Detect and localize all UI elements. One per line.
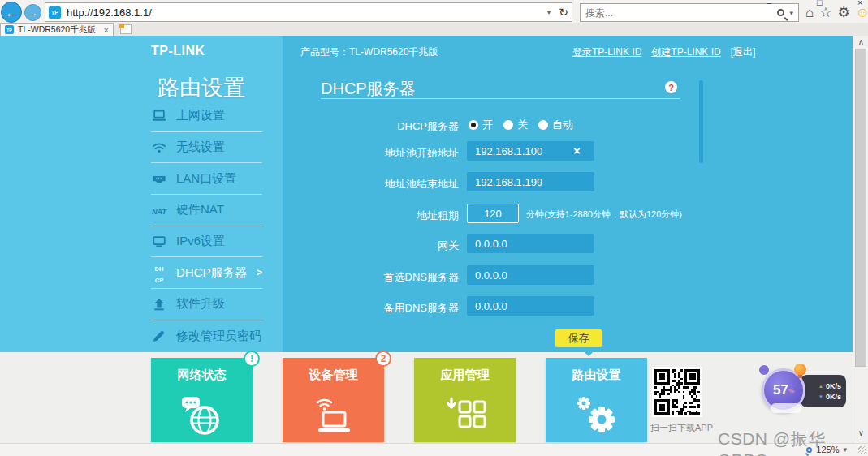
sidebar-item-wireless[interactable]: 无线设置 (151, 132, 262, 164)
tile-network-status[interactable]: ! 网络状态 (151, 358, 253, 442)
sidebar-item-label: 修改管理员密码 (176, 329, 261, 344)
dot-decoration (759, 365, 769, 375)
login-tplink-id-link[interactable]: 登录TP-LINK ID (572, 45, 641, 59)
save-button[interactable]: 保存 (555, 329, 602, 347)
section-pointer (581, 349, 596, 356)
tab-favicon: TP (5, 25, 14, 34)
secondary-dns-label: 备用DNS服务器 (283, 301, 459, 316)
lease-time-note: 分钟(支持1-2880分钟，默认为120分钟) (526, 209, 682, 221)
radio-icon[interactable] (503, 120, 513, 130)
primary-dns-label: 首选DNS服务器 (283, 270, 459, 285)
globe-chat-icon (178, 395, 227, 437)
scrollbar-thumb[interactable] (855, 49, 866, 367)
url-dropdown-icon[interactable]: ▾ (547, 8, 551, 16)
forward-icon: → (28, 7, 38, 19)
search-icon[interactable] (777, 9, 784, 16)
forward-button[interactable]: → (24, 4, 41, 21)
home-icon[interactable]: ⌂ (805, 6, 814, 19)
browser-tab[interactable]: TP TL-WDR5620千兆版 × (0, 23, 114, 36)
scroll-down-icon[interactable]: ∨ (853, 428, 868, 437)
qr-code (652, 367, 702, 417)
page-title: DHCP服务器 (321, 78, 416, 100)
watermark: CSDN @振华OPPO (718, 428, 868, 456)
content-scrollbar-thumb[interactable] (699, 80, 703, 163)
primary-dns-input[interactable] (467, 265, 594, 285)
radio-option-off[interactable]: 关 (503, 118, 528, 132)
browser-chrome: ← → TP http://192.168.1.1/ ▾ ↻ ▾ ⌂ ☆ ⚙ ☺… (0, 0, 868, 36)
pencil-icon (151, 329, 167, 342)
radio-icon[interactable] (469, 120, 478, 130)
tab-bar: TP TL-WDR5620千兆版 × (0, 23, 868, 36)
download-arrow-icon: ▼ (818, 394, 823, 399)
count-badge: 2 (375, 351, 391, 367)
page-scrollbar[interactable]: ∧ ∨ (853, 36, 868, 443)
maximize-button[interactable]: □ (817, 0, 823, 7)
sidebar-item-internet[interactable]: 上网设置 (151, 101, 262, 132)
search-dropdown-icon[interactable]: ▾ (789, 9, 793, 17)
router-page: TP-LINK 路由设置 上网设置 无线设置 LAN口设置 硬件NAT IPv6… (0, 36, 853, 352)
back-button[interactable]: ← (1, 2, 22, 23)
monitor-icon (151, 235, 167, 247)
radio-label: 自动 (552, 118, 573, 132)
divider (321, 98, 680, 99)
chevron-right-icon: > (257, 267, 262, 278)
close-button[interactable]: × (857, 0, 862, 7)
radio-icon[interactable] (538, 120, 548, 130)
tile-router-settings[interactable]: 路由设置 (546, 358, 647, 442)
radio-label: 关 (517, 118, 528, 132)
lease-time-label: 地址租期 (283, 209, 459, 223)
radio-option-on[interactable]: 开 (469, 118, 493, 132)
cloud-decoration (771, 403, 801, 413)
screen: ← → TP http://192.168.1.1/ ▾ ↻ ▾ ⌂ ☆ ⚙ ☺… (0, 0, 868, 456)
alert-badge: ! (244, 351, 260, 367)
tile-label: 网络状态 (151, 368, 253, 383)
search-input[interactable] (585, 7, 772, 19)
main-panel: 产品型号：TL-WDR5620千兆版 登录TP-LINK ID 创建TP-LIN… (283, 36, 853, 352)
gears-icon (571, 394, 623, 437)
tile-app-management[interactable]: 应用管理 (414, 358, 516, 442)
sidebar-item-label: DHCP服务器 (176, 265, 248, 281)
tab-close-icon[interactable]: × (104, 25, 109, 35)
favorites-star-icon[interactable]: ☆ (819, 6, 831, 19)
radio-option-auto[interactable]: 自动 (538, 118, 573, 132)
sidebar-menu: 上网设置 无线设置 LAN口设置 硬件NAT IPv6设置 DHCP服务器 (151, 101, 262, 352)
minimize-button[interactable]: – (767, 0, 771, 7)
sidebar-item-lan[interactable]: LAN口设置 (151, 163, 262, 195)
speed-widget[interactable]: ▲0K/s ▼0K/s 57 % (762, 365, 846, 417)
secondary-dns-input[interactable] (467, 296, 594, 316)
upload-arrow-icon: ▲ (818, 384, 823, 389)
pool-start-label: 地址池开始地址 (283, 146, 459, 161)
tile-label: 应用管理 (414, 368, 516, 383)
clear-input-icon[interactable]: × (573, 144, 581, 157)
lease-time-input[interactable] (467, 204, 519, 223)
gateway-input[interactable] (467, 234, 594, 253)
wifi-icon (151, 141, 167, 153)
help-icon[interactable]: ? (665, 81, 677, 93)
laptop-icon (151, 110, 167, 122)
sidebar-item-dhcp[interactable]: DHCP服务器 > (151, 257, 262, 289)
sidebar-item-firmware-upgrade[interactable]: 软件升级 (151, 289, 262, 320)
site-favicon: TP (49, 6, 61, 19)
sidebar-item-change-password[interactable]: 修改管理员密码 (151, 320, 262, 352)
product-model-label: 产品型号：TL-WDR5620千兆版 (300, 45, 438, 59)
refresh-icon[interactable]: ↻ (559, 6, 568, 19)
percent-sign: % (788, 387, 794, 394)
new-tab-button[interactable] (120, 24, 132, 34)
sidebar-item-label: 无线设置 (176, 140, 225, 155)
logout-link[interactable]: [退出] (731, 45, 756, 59)
download-rate: 0K/s (826, 393, 841, 401)
sidebar-item-hardware-nat[interactable]: 硬件NAT (151, 195, 262, 226)
url-bar[interactable]: TP http://192.168.1.1/ ▾ ↻ (45, 2, 572, 22)
tile-label: 设备管理 (283, 368, 384, 383)
pool-end-label: 地址池结束地址 (283, 177, 459, 191)
feedback-smiley-icon[interactable]: ☺ (856, 6, 868, 19)
settings-gear-icon[interactable]: ⚙ (838, 6, 850, 19)
tile-device-management[interactable]: 2 设备管理 (283, 358, 384, 442)
qr-code-svg (654, 369, 700, 415)
create-tplink-id-link[interactable]: 创建TP-LINK ID (651, 45, 720, 59)
browser-toolbar-icons: ⌂ ☆ ⚙ ☺ (805, 6, 868, 19)
pool-end-input[interactable] (467, 172, 594, 191)
url-text[interactable]: http://192.168.1.1/ (67, 6, 152, 19)
sidebar-item-ipv6[interactable]: IPv6设置 (151, 226, 262, 258)
scroll-up-icon[interactable]: ∧ (853, 37, 868, 46)
